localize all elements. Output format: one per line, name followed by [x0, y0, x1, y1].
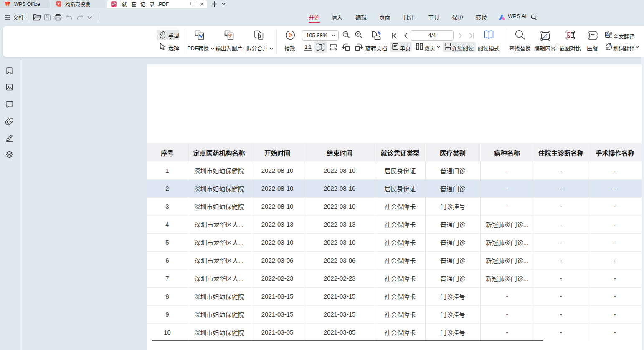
svg-text:文: 文 — [609, 33, 612, 37]
svg-text:A: A — [606, 33, 609, 37]
svg-text:A: A — [609, 43, 612, 48]
svg-text:文: 文 — [606, 46, 609, 51]
svg-text:1:1: 1:1 — [305, 44, 312, 49]
